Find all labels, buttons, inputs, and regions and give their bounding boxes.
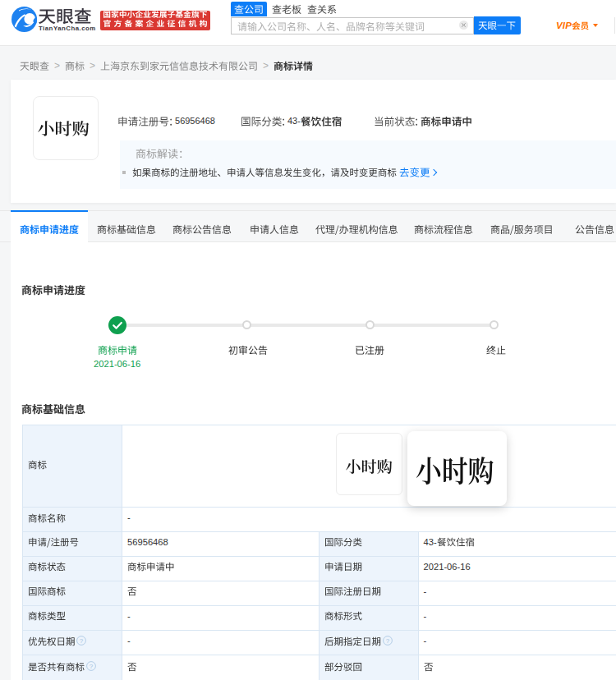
svg-text:?: ? <box>89 663 93 670</box>
svg-text:?: ? <box>80 637 84 645</box>
svg-text:?: ? <box>385 637 389 645</box>
